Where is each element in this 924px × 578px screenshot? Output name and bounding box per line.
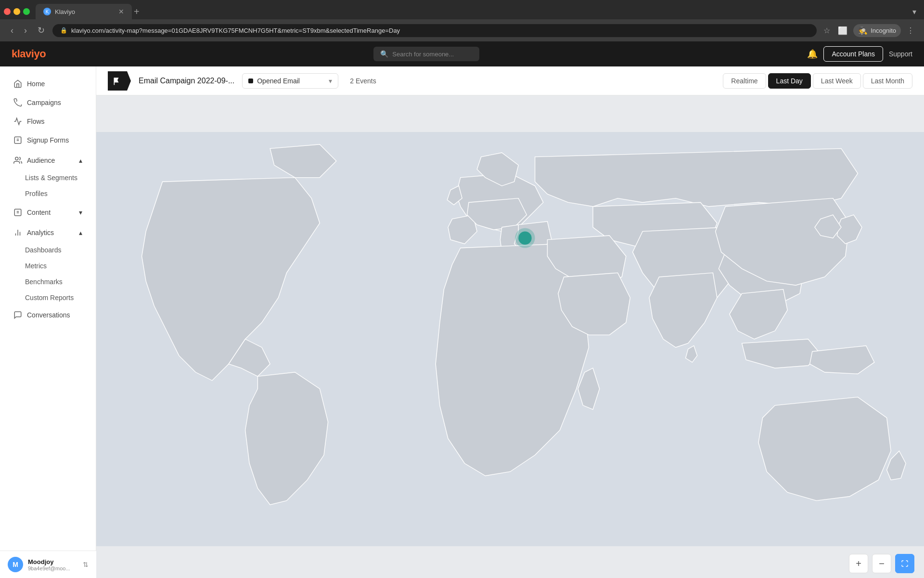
sidebar-label-custom-reports: Custom Reports <box>25 294 74 302</box>
campaign-flag <box>108 71 127 91</box>
support-button[interactable]: Support <box>889 50 912 58</box>
sidebar-label-signup-forms: Signup Forms <box>27 136 69 144</box>
new-tab-button[interactable]: + <box>134 6 140 17</box>
sidebar-label-metrics: Metrics <box>25 262 47 270</box>
audience-icon <box>13 156 22 165</box>
tab-favicon: K <box>43 8 51 15</box>
analytics-icon <box>13 228 22 237</box>
account-plans-button[interactable]: Account Plans <box>823 46 883 62</box>
tab-list-button[interactable]: ▾ <box>909 5 920 18</box>
sidebar-item-benchmarks[interactable]: Benchmarks <box>4 274 92 289</box>
incognito-indicator: 🕵 Incognito <box>853 24 901 37</box>
sidebar: Home Campaigns Flows Signup Forms Aud <box>0 66 96 578</box>
user-info: Moodjoy 9ba4e9ef@moo... <box>28 558 78 571</box>
active-tab[interactable]: K Klaviyo ✕ <box>36 4 132 19</box>
sidebar-label-benchmarks: Benchmarks <box>25 278 63 286</box>
incognito-icon: 🕵 <box>858 26 868 35</box>
audience-chevron-icon: ▴ <box>79 157 82 164</box>
sidebar-label-campaigns: Campaigns <box>27 99 61 106</box>
zoom-in-button[interactable]: + <box>849 554 868 573</box>
reload-button[interactable]: ↻ <box>35 23 48 38</box>
conversations-icon <box>13 311 22 319</box>
user-footer[interactable]: M Moodjoy 9ba4e9ef@moo... ⇅ <box>0 551 96 578</box>
sidebar-label-audience: Audience <box>27 157 55 164</box>
map-event-glow <box>515 228 535 248</box>
sidebar-item-flows[interactable]: Flows <box>4 112 92 131</box>
sidebar-label-conversations: Conversations <box>27 311 70 319</box>
minimize-traffic-light[interactable] <box>13 8 20 15</box>
metric-dot <box>248 79 253 83</box>
metric-label: Opened Email <box>257 77 300 85</box>
bookmark-button[interactable]: ☆ <box>821 24 832 37</box>
close-traffic-light[interactable] <box>4 8 11 15</box>
map-container: + − <box>96 95 924 578</box>
time-filters: Realtime Last Day Last Week Last Month <box>723 73 912 89</box>
sidebar-label-dashboards: Dashboards <box>25 246 62 254</box>
signup-forms-icon <box>13 136 22 144</box>
world-map-svg <box>96 95 924 578</box>
address-bar[interactable]: 🔒 klaviyo.com/activity-map?message=01GDA… <box>52 24 817 37</box>
lock-icon: 🔒 <box>60 27 67 34</box>
sidebar-group-content[interactable]: Content ▾ <box>4 203 92 222</box>
url-text: klaviyo.com/activity-map?message=01GDAE8… <box>71 27 809 34</box>
search-box[interactable]: 🔍 Search for someone... <box>373 47 479 61</box>
metric-dropdown-icon: ▾ <box>329 77 332 85</box>
main-content: Email Campaign 2022-09-... Opened Email … <box>96 66 924 578</box>
user-email: 9ba4e9ef@moo... <box>28 565 78 571</box>
flag-icon <box>113 76 122 86</box>
map-controls: + − <box>849 554 914 573</box>
flows-icon <box>13 117 22 126</box>
app-logo: klaviyo <box>12 48 46 60</box>
extensions-button[interactable]: ⬜ <box>836 24 849 37</box>
sidebar-item-signup-forms[interactable]: Signup Forms <box>4 131 92 149</box>
events-count: 2 Events <box>350 77 376 85</box>
sidebar-item-metrics[interactable]: Metrics <box>4 258 92 274</box>
campaign-title: Email Campaign 2022-09-... <box>139 77 234 85</box>
sidebar-label-home: Home <box>27 80 45 88</box>
logo-text: klaviyo <box>12 48 46 60</box>
realtime-button[interactable]: Realtime <box>723 73 766 89</box>
content-chevron-icon: ▾ <box>79 209 82 216</box>
menu-button[interactable]: ⋮ <box>905 24 916 37</box>
last-month-button[interactable]: Last Month <box>863 73 912 89</box>
sidebar-group-audience[interactable]: Audience ▴ <box>4 151 92 170</box>
sidebar-item-campaigns[interactable]: Campaigns <box>4 93 92 112</box>
fullscreen-button[interactable] <box>895 554 914 573</box>
tab-title: Klaviyo <box>55 8 75 15</box>
sidebar-group-analytics[interactable]: Analytics ▴ <box>4 223 92 242</box>
campaigns-icon <box>13 98 22 107</box>
last-week-button[interactable]: Last Week <box>813 73 861 89</box>
sidebar-label-flows: Flows <box>27 118 45 125</box>
sidebar-item-lists-segments[interactable]: Lists & Segments <box>4 170 92 185</box>
content-header: Email Campaign 2022-09-... Opened Email … <box>96 66 924 95</box>
sidebar-label-content: Content <box>27 209 51 216</box>
user-avatar: M <box>8 557 23 572</box>
search-icon: 🔍 <box>380 50 388 58</box>
sidebar-item-dashboards[interactable]: Dashboards <box>4 242 92 258</box>
sidebar-item-custom-reports[interactable]: Custom Reports <box>4 290 92 305</box>
search-placeholder: Search for someone... <box>392 51 454 58</box>
back-button[interactable]: ‹ <box>8 24 16 38</box>
forward-button[interactable]: › <box>21 24 30 38</box>
sidebar-item-profiles[interactable]: Profiles <box>4 186 92 201</box>
last-day-button[interactable]: Last Day <box>768 73 811 89</box>
zoom-out-button[interactable]: − <box>872 554 891 573</box>
notifications-button[interactable]: 🔔 <box>807 49 818 59</box>
sidebar-item-home[interactable]: Home <box>4 75 92 93</box>
app-header: klaviyo 🔍 Search for someone... 🔔 Accoun… <box>0 41 924 66</box>
svg-point-3 <box>15 157 18 160</box>
svg-marker-10 <box>114 78 118 82</box>
analytics-chevron-icon: ▴ <box>79 229 82 236</box>
home-icon <box>13 79 22 88</box>
tab-close-button[interactable]: ✕ <box>118 8 124 15</box>
sidebar-label-profiles: Profiles <box>25 190 48 197</box>
user-name: Moodjoy <box>28 558 78 565</box>
metric-selector[interactable]: Opened Email ▾ <box>242 73 338 89</box>
content-icon <box>13 208 22 217</box>
sidebar-label-lists-segments: Lists & Segments <box>25 174 77 182</box>
maximize-traffic-light[interactable] <box>23 8 30 15</box>
sidebar-label-analytics: Analytics <box>27 229 54 236</box>
sidebar-item-conversations[interactable]: Conversations <box>4 306 92 324</box>
user-expand-icon: ⇅ <box>83 561 89 568</box>
incognito-label: Incognito <box>871 27 896 34</box>
